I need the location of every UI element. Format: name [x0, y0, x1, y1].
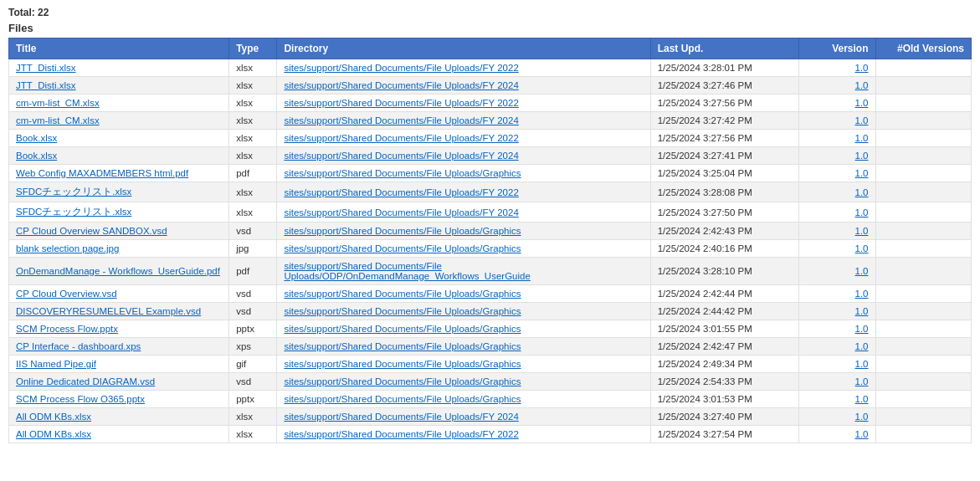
file-version-link[interactable]: 1.0 [855, 243, 869, 253]
file-version-link[interactable]: 1.0 [855, 168, 869, 178]
file-version-link[interactable]: 1.0 [855, 115, 869, 125]
file-directory-link[interactable]: sites/support/Shared Documents/File Uplo… [284, 115, 518, 125]
table-row: JTT_Disti.xlsxxlsxsites/support/Shared D… [9, 59, 972, 77]
file-directory-link[interactable]: sites/support/Shared Documents/File Uplo… [284, 226, 521, 236]
file-version-link[interactable]: 1.0 [855, 376, 869, 386]
file-directory-cell: sites/support/Shared Documents/File Uplo… [277, 112, 650, 130]
file-title-link[interactable]: CP Cloud Overview.vsd [16, 289, 117, 299]
file-directory-link[interactable]: sites/support/Shared Documents/File Uplo… [284, 412, 518, 422]
table-row: IIS Named Pipe.gifgifsites/support/Share… [9, 356, 972, 373]
file-title-link[interactable]: OnDemandManage - Workflows_UserGuide.pdf [16, 266, 220, 276]
file-title-link[interactable]: Book.xlsx [16, 133, 57, 143]
file-version-link[interactable]: 1.0 [855, 98, 869, 108]
file-old-versions-cell [875, 408, 971, 426]
file-version-cell: 1.0 [799, 95, 876, 112]
file-last-upd-cell: 1/25/2024 3:27:54 PM [650, 426, 798, 443]
table-row: All ODM KBs.xlsxxlsxsites/support/Shared… [9, 408, 972, 426]
file-version-link[interactable]: 1.0 [855, 226, 869, 236]
file-version-link[interactable]: 1.0 [855, 63, 869, 73]
file-directory-cell: sites/support/Shared Documents/File Uplo… [277, 223, 650, 240]
file-directory-link[interactable]: sites/support/Shared Documents/File Uplo… [284, 429, 518, 439]
file-directory-link[interactable]: sites/support/Shared Documents/File Uplo… [284, 63, 518, 73]
file-version-link[interactable]: 1.0 [855, 324, 869, 334]
file-title-link[interactable]: All ODM KBs.xlsx [16, 412, 91, 422]
file-last-upd-cell: 1/25/2024 2:42:44 PM [650, 285, 798, 303]
file-version-link[interactable]: 1.0 [855, 341, 869, 351]
file-title-cell: CP Cloud Overview SANDBOX.vsd [9, 223, 229, 240]
file-directory-link[interactable]: sites/support/Shared Documents/File Uplo… [284, 168, 521, 178]
file-title-link[interactable]: SFDCチェックリスト.xlsx [16, 187, 131, 197]
file-type-cell: xlsx [229, 426, 277, 443]
file-directory-link[interactable]: sites/support/Shared Documents/File Uplo… [284, 394, 521, 404]
file-old-versions-cell [875, 202, 971, 223]
file-type-cell: pptx [229, 391, 277, 408]
file-title-link[interactable]: blank selection page.jpg [16, 243, 119, 253]
file-old-versions-cell [875, 285, 971, 303]
file-type-cell: vsd [229, 223, 277, 240]
file-directory-link[interactable]: sites/support/Shared Documents/File Uplo… [284, 359, 521, 369]
file-title-link[interactable]: SFDCチェックリスト.xlsx [16, 207, 131, 217]
file-type-cell: xlsx [229, 112, 277, 130]
file-title-link[interactable]: Online Dedicated DIAGRAM.vsd [16, 376, 155, 386]
file-version-link[interactable]: 1.0 [855, 394, 869, 404]
file-version-cell: 1.0 [799, 373, 876, 391]
file-version-link[interactable]: 1.0 [855, 80, 869, 90]
table-row: blank selection page.jpgjpgsites/support… [9, 240, 972, 258]
file-title-cell: JTT_Disti.xlsx [9, 59, 229, 77]
file-version-cell: 1.0 [799, 182, 876, 202]
file-title-link[interactable]: SCM Process Flow O365.pptx [16, 394, 145, 404]
file-version-link[interactable]: 1.0 [855, 133, 869, 143]
file-directory-link[interactable]: sites/support/Shared Documents/File Uplo… [284, 187, 518, 197]
file-title-link[interactable]: cm-vm-list_CM.xlsx [16, 115, 100, 125]
total-line: Total: 22 [8, 7, 972, 18]
file-version-link[interactable]: 1.0 [855, 289, 869, 299]
file-last-upd-cell: 1/25/2024 3:28:01 PM [650, 59, 798, 77]
file-title-link[interactable]: SCM Process Flow.pptx [16, 324, 118, 334]
file-directory-link[interactable]: sites/support/Shared Documents/File Uplo… [284, 324, 521, 334]
file-title-cell: SFDCチェックリスト.xlsx [9, 182, 229, 202]
file-title-link[interactable]: JTT_Disti.xlsx [16, 80, 76, 90]
file-directory-link[interactable]: sites/support/Shared Documents/File Uplo… [284, 243, 521, 253]
file-version-link[interactable]: 1.0 [855, 306, 869, 316]
file-directory-link[interactable]: sites/support/Shared Documents/File Uplo… [284, 341, 521, 351]
file-directory-cell: sites/support/Shared Documents/File Uplo… [277, 147, 650, 165]
file-version-link[interactable]: 1.0 [855, 266, 869, 276]
file-version-link[interactable]: 1.0 [855, 359, 869, 369]
file-directory-link[interactable]: sites/support/Shared Documents/File Uplo… [284, 98, 518, 108]
file-directory-link[interactable]: sites/support/Shared Documents/File Uplo… [284, 376, 521, 386]
file-last-upd-cell: 1/25/2024 2:54:33 PM [650, 373, 798, 391]
file-directory-link[interactable]: sites/support/Shared Documents/File Uplo… [284, 80, 518, 90]
file-directory-link[interactable]: sites/support/Shared Documents/File Uplo… [284, 306, 521, 316]
file-title-cell: All ODM KBs.xlsx [9, 426, 229, 443]
file-version-link[interactable]: 1.0 [855, 412, 869, 422]
file-title-link[interactable]: CP Cloud Overview SANDBOX.vsd [16, 226, 167, 236]
table-row: JTT_Disti.xlsxxlsxsites/support/Shared D… [9, 77, 972, 95]
file-title-link[interactable]: JTT_Disti.xlsx [16, 63, 76, 73]
file-version-cell: 1.0 [799, 240, 876, 258]
file-version-cell: 1.0 [799, 77, 876, 95]
file-title-link[interactable]: All ODM KBs.xlsx [16, 429, 91, 439]
file-version-cell: 1.0 [799, 285, 876, 303]
file-version-cell: 1.0 [799, 202, 876, 223]
file-version-link[interactable]: 1.0 [855, 207, 869, 217]
file-last-upd-cell: 1/25/2024 3:28:10 PM [650, 258, 798, 285]
file-title-cell: Online Dedicated DIAGRAM.vsd [9, 373, 229, 391]
file-directory-link[interactable]: sites/support/Shared Documents/File Uplo… [284, 261, 530, 281]
file-version-link[interactable]: 1.0 [855, 429, 869, 439]
file-title-link[interactable]: Web Config MAXADMEMBERS html.pdf [16, 168, 188, 178]
file-title-link[interactable]: cm-vm-list_CM.xlsx [16, 98, 100, 108]
file-directory-link[interactable]: sites/support/Shared Documents/File Uplo… [284, 289, 521, 299]
file-directory-link[interactable]: sites/support/Shared Documents/File Uplo… [284, 133, 518, 143]
file-title-link[interactable]: CP Interface - dashboard.xps [16, 341, 141, 351]
file-old-versions-cell [875, 77, 971, 95]
file-title-link[interactable]: IIS Named Pipe.gif [16, 359, 96, 369]
file-title-link[interactable]: Book.xlsx [16, 151, 57, 161]
file-title-link[interactable]: DISCOVERYRESUMELEVEL Example.vsd [16, 306, 201, 316]
file-directory-link[interactable]: sites/support/Shared Documents/File Uplo… [284, 207, 518, 217]
col-header-directory: Directory [277, 38, 650, 59]
file-directory-link[interactable]: sites/support/Shared Documents/File Uplo… [284, 151, 518, 161]
file-version-link[interactable]: 1.0 [855, 151, 869, 161]
file-version-link[interactable]: 1.0 [855, 187, 869, 197]
file-title-cell: Book.xlsx [9, 147, 229, 165]
file-old-versions-cell [875, 223, 971, 240]
